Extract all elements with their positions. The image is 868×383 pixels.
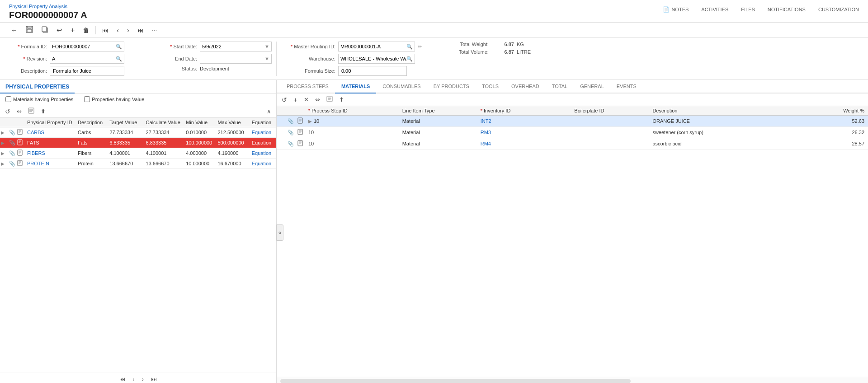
add-button[interactable]: +	[69, 25, 76, 35]
start-date-field[interactable]	[202, 44, 264, 49]
breadcrumb[interactable]: Physical Property Analysis	[9, 4, 87, 9]
tab-events[interactable]: EVENTS	[610, 80, 643, 93]
warehouse-search-icon[interactable]: 🔍	[406, 56, 413, 62]
nav-notifications[interactable]: NOTIFICATIONS	[768, 7, 806, 12]
property-id-cell[interactable]: CARBS	[24, 127, 75, 138]
master-routing-edit-icon[interactable]: ✏	[418, 44, 422, 50]
properties-having-value-checkbox[interactable]: Properties having Value	[84, 96, 144, 102]
materials-having-properties-checkbox[interactable]: Materials having Properties	[5, 96, 73, 102]
page-next-button[interactable]: ›	[142, 376, 144, 383]
row-expand[interactable]: ▶	[0, 148, 8, 159]
table-row[interactable]: 📎 10 Material RM4 ascorbic acid 28.57	[277, 138, 868, 149]
row-doc[interactable]	[16, 159, 24, 169]
row-doc[interactable]	[16, 138, 24, 148]
more-button[interactable]: ···	[150, 26, 159, 35]
tab-consumables[interactable]: CONSUMABLES	[376, 80, 427, 93]
prev-button[interactable]: ‹	[115, 26, 121, 35]
mat-inventory-cell[interactable]: RM3	[477, 127, 571, 138]
left-refresh-button[interactable]: ↺	[4, 107, 12, 116]
warehouse-input[interactable]: 🔍	[338, 54, 415, 64]
formula-size-field[interactable]	[338, 66, 407, 76]
equation-cell[interactable]: Equation	[249, 127, 276, 138]
row-attach[interactable]: 📎	[8, 138, 16, 148]
table-row[interactable]: ▶ 📎 FIBERS Fibers 4.100001 4.100001 4.00…	[0, 148, 276, 159]
left-upload-button[interactable]: ⬆	[39, 107, 47, 115]
tab-total[interactable]: TOTAL	[546, 80, 574, 93]
end-date-field[interactable]	[202, 56, 264, 61]
end-date-dropdown-icon[interactable]: ▼	[264, 56, 269, 61]
description-field[interactable]	[50, 66, 124, 76]
master-routing-input[interactable]: 🔍	[338, 42, 415, 51]
last-button[interactable]: ⏭	[136, 26, 146, 35]
materials-fit-cols-button[interactable]: ⇔	[314, 96, 321, 103]
materials-delete-button[interactable]: ✕	[302, 96, 310, 103]
undo-button[interactable]: ↩	[55, 25, 64, 35]
materials-checkbox-input[interactable]	[5, 96, 11, 102]
formula-id-field[interactable]	[52, 44, 116, 49]
row-doc[interactable]	[16, 127, 24, 138]
mat-inventory-cell[interactable]: INT2	[477, 116, 571, 127]
table-row[interactable]: ▶ 📎 CARBS Carbs 27.733334 27.733334 0.01…	[0, 127, 276, 138]
row-attach[interactable]: 📎	[8, 148, 16, 159]
copy-button[interactable]	[39, 25, 50, 35]
mat-row-attach[interactable]: 📎	[286, 127, 296, 138]
property-id-cell[interactable]: PROTEIN	[24, 159, 75, 169]
formula-id-input[interactable]: 🔍	[50, 42, 124, 51]
bottom-scrollbar-area[interactable]	[277, 377, 868, 383]
page-last-button[interactable]: ⏭	[151, 376, 157, 383]
table-row[interactable]: ▶ 📎 FATS Fats 6.833335 6.833335 100.0000…	[0, 138, 276, 148]
row-expand[interactable]: ▶	[0, 159, 8, 169]
next-button[interactable]: ›	[125, 26, 131, 35]
row-doc[interactable]	[16, 148, 24, 159]
row-attach[interactable]: 📎	[8, 159, 16, 169]
save-button[interactable]	[24, 25, 35, 35]
table-row[interactable]: ▶ 📎 PROTEIN Protein 13.666670 13.666670 …	[0, 159, 276, 169]
mat-row-doc[interactable]	[296, 127, 305, 138]
table-row[interactable]: 📎 ▶10 Material INT2 ORANGE JUICE 52.63	[277, 116, 868, 127]
left-fit-cols-button[interactable]: ⇔	[15, 107, 23, 115]
row-expand[interactable]: ▶	[0, 138, 8, 148]
page-prev-button[interactable]: ‹	[132, 376, 134, 383]
nav-files[interactable]: FILES	[741, 7, 755, 12]
nav-notes[interactable]: 📄 NOTES	[663, 6, 689, 13]
nav-activities[interactable]: ACTIVITIES	[701, 7, 728, 12]
first-button[interactable]: ⏮	[100, 26, 110, 35]
equation-cell[interactable]: Equation	[249, 148, 276, 159]
materials-clear-button[interactable]	[325, 95, 334, 104]
mat-inventory-cell[interactable]: RM4	[477, 138, 571, 149]
table-row[interactable]: 📎 10 Material RM3 sweetener (corn syrup)…	[277, 127, 868, 138]
row-expand[interactable]: ▶	[0, 127, 8, 138]
revision-search-icon[interactable]: 🔍	[116, 56, 122, 62]
tab-general[interactable]: GENERAL	[574, 80, 610, 93]
back-button[interactable]: ←	[9, 25, 19, 35]
equation-cell[interactable]: Equation	[249, 138, 276, 148]
tab-overhead[interactable]: OVERHEAD	[505, 80, 546, 93]
property-id-cell[interactable]: FATS	[24, 138, 75, 148]
start-date-input[interactable]: ▼	[200, 42, 272, 51]
property-id-cell[interactable]: FIBERS	[24, 148, 75, 159]
master-routing-field[interactable]	[340, 44, 406, 49]
mat-row-attach[interactable]: 📎	[286, 116, 296, 127]
materials-refresh-button[interactable]: ↺	[280, 96, 288, 104]
collapse-panel-button[interactable]: «	[276, 224, 283, 241]
start-date-dropdown-icon[interactable]: ▼	[264, 44, 269, 49]
tab-materials[interactable]: MATERIALS	[335, 80, 376, 93]
formula-id-search-icon[interactable]: 🔍	[116, 44, 122, 50]
left-clear-button[interactable]	[27, 107, 36, 116]
tab-process-steps[interactable]: PROCESS STEPS	[280, 80, 335, 93]
materials-upload-button[interactable]: ⬆	[338, 96, 345, 103]
delete-button[interactable]: 🗑	[81, 26, 91, 35]
materials-add-button[interactable]: +	[292, 95, 299, 104]
mat-row-doc[interactable]	[296, 138, 305, 149]
revision-input[interactable]: 🔍	[50, 54, 124, 64]
end-date-input[interactable]: ▼	[200, 54, 272, 64]
mat-row-attach[interactable]: 📎	[286, 138, 296, 149]
row-attach[interactable]: 📎	[8, 127, 16, 138]
left-collapse-button[interactable]: ∧	[265, 107, 273, 115]
properties-value-checkbox-input[interactable]	[84, 96, 90, 102]
page-first-button[interactable]: ⏮	[119, 376, 125, 383]
tab-by-products[interactable]: BY PRODUCTS	[427, 80, 476, 93]
nav-customization[interactable]: CUSTOMIZATION	[818, 7, 859, 12]
revision-field[interactable]	[52, 56, 116, 61]
tab-tools[interactable]: TOOLS	[476, 80, 505, 93]
